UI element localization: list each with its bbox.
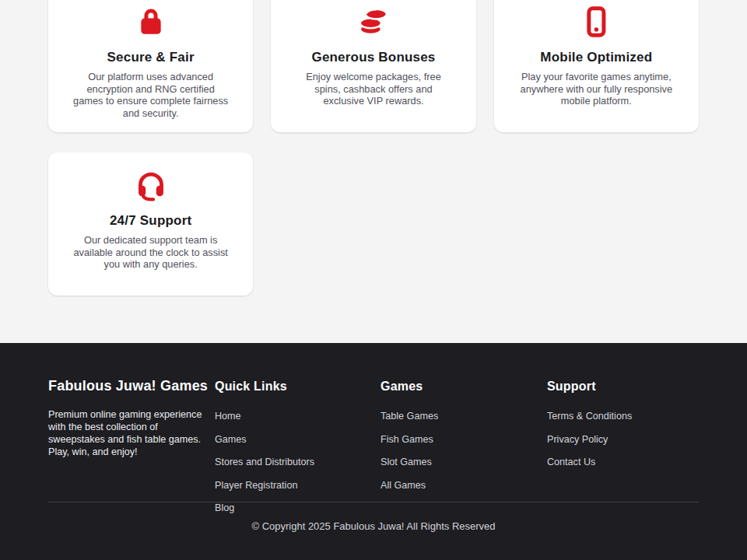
lock-icon <box>70 5 231 39</box>
footer-link-table-games[interactable]: Table Games <box>381 411 438 422</box>
quick-links-list: Home Games Stores and Distributors Playe… <box>215 408 381 514</box>
footer-link-slot-games[interactable]: Slot Games <box>381 457 432 468</box>
feature-description: Our dedicated support team is available … <box>70 234 231 271</box>
support-links-list: Terms & Conditions Privacy Policy Contac… <box>547 408 699 468</box>
headset-icon <box>70 168 231 202</box>
footer-brand-column: Fabulous Juwa! Games Premium online gami… <box>48 378 215 458</box>
feature-card-mobile-optimized: Mobile Optimized Play your favorite game… <box>494 0 699 132</box>
feature-description: Our platform uses advanced encryption an… <box>70 71 231 119</box>
copyright-text: © Copyright 2025 Fabulous Juwa! All Righ… <box>0 520 747 532</box>
feature-title: Generous Bonuses <box>293 50 454 65</box>
coins-icon <box>293 5 454 39</box>
feature-description: Play your favorite games anytime, anywhe… <box>516 71 677 107</box>
footer-heading-games: Games <box>381 379 547 394</box>
footer-link-all-games[interactable]: All Games <box>381 481 426 492</box>
feature-card-secure-fair: Secure & Fair Our platform uses advanced… <box>48 0 253 132</box>
footer-column-games: Games Table Games Fish Games Slot Games … <box>381 378 547 500</box>
footer-link-games[interactable]: Games <box>215 435 247 446</box>
footer-link-blog[interactable]: Blog <box>215 503 234 514</box>
footer: Fabulous Juwa! Games Premium online gami… <box>0 343 747 560</box>
footer-link-stores-and-distributors[interactable]: Stores and Distributors <box>215 457 314 468</box>
feature-card-support: 24/7 Support Our dedicated support team … <box>48 152 253 296</box>
footer-link-home[interactable]: Home <box>215 411 241 422</box>
feature-title: Secure & Fair <box>70 50 231 65</box>
features-section: Secure & Fair Our platform uses advanced… <box>0 0 747 343</box>
mobile-phone-icon <box>516 5 677 39</box>
footer-column-support: Support Terms & Conditions Privacy Polic… <box>547 378 699 478</box>
games-links-list: Table Games Fish Games Slot Games All Ga… <box>381 408 547 492</box>
footer-link-contact-us[interactable]: Contact Us <box>547 457 595 468</box>
features-grid: Secure & Fair Our platform uses advanced… <box>48 0 699 296</box>
footer-divider <box>48 502 699 502</box>
footer-heading-quick-links: Quick Links <box>215 379 381 394</box>
footer-link-terms-conditions[interactable]: Terms & Conditions <box>547 411 632 422</box>
feature-card-generous-bonuses: Generous Bonuses Enjoy welcome packages,… <box>271 0 475 132</box>
footer-link-player-registration[interactable]: Player Registration <box>215 481 297 492</box>
footer-brand-title: Fabulous Juwa! Games <box>48 378 215 394</box>
feature-title: 24/7 Support <box>70 213 231 229</box>
feature-description: Enjoy welcome packages, free spins, cash… <box>293 71 454 107</box>
footer-brand-description: Premium online gaming experience with th… <box>48 408 205 458</box>
footer-heading-support: Support <box>547 379 699 394</box>
footer-link-fish-games[interactable]: Fish Games <box>381 435 433 446</box>
feature-title: Mobile Optimized <box>516 50 677 65</box>
footer-link-privacy-policy[interactable]: Privacy Policy <box>547 435 608 446</box>
